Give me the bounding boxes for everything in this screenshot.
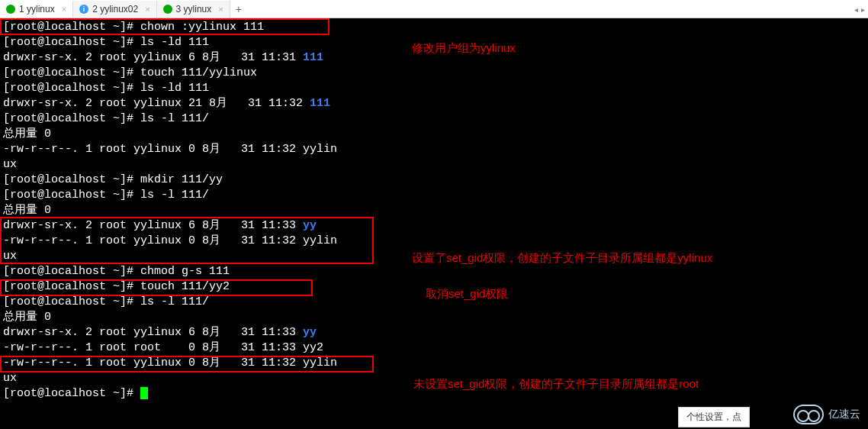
annotation-1: 修改用户组为yylinux (412, 41, 516, 56)
terminal-line: drwxr-sr-x. 2 root yylinux 6 8月 31 11:33… (3, 218, 865, 234)
cursor-icon (140, 387, 148, 399)
chevron-right-icon[interactable]: ▸ (861, 5, 865, 14)
chevron-left-icon[interactable]: ◂ (854, 5, 858, 14)
tab-3[interactable]: 3 yylinux × (157, 1, 230, 18)
tab-1[interactable]: 1 yylinux × (0, 1, 73, 18)
terminal[interactable]: [root@localhost ~]# chown :yylinux 111 [… (0, 18, 868, 429)
terminal-line: [root@localhost ~]# ls -l 111/ (3, 188, 865, 203)
dir-name: 111 (303, 51, 323, 64)
terminal-line: 总用量 0 (3, 127, 865, 142)
info-dot-icon: i (79, 5, 88, 14)
close-icon[interactable]: × (59, 5, 66, 14)
tab-bar: 1 yylinux × i 2 yylinux02 × 3 yylinux × … (0, 0, 868, 18)
dir-name: yy (303, 219, 317, 232)
settings-popup[interactable]: 个性设置，点 (678, 407, 750, 427)
dir-name: yy (303, 326, 317, 339)
terminal-line: drwxr-sr-x. 2 root yylinux 21 8月 31 11:3… (3, 96, 865, 111)
terminal-line: drwxr-sr-x. 2 root yylinux 6 8月 31 11:33… (3, 325, 865, 340)
watermark: 亿速云 (793, 405, 860, 424)
tab-2[interactable]: i 2 yylinux02 × (73, 1, 156, 18)
close-icon[interactable]: × (142, 5, 149, 14)
terminal-line: -rw-r--r--. 1 root yylinux 0 8月 31 11:32… (3, 142, 865, 157)
annotation-3: 取消set_gid权限 (426, 287, 508, 302)
terminal-line: [root@localhost ~]# touch 111/yylinux (3, 66, 865, 81)
terminal-line: -rw-r--r--. 1 root root 0 8月 31 11:33 yy… (3, 340, 865, 356)
annotation-2: 设置了set_gid权限，创建的子文件子目录所属组都是yylinux (412, 251, 712, 266)
status-dot-icon (6, 5, 15, 14)
status-dot-icon (163, 5, 172, 14)
terminal-line: ux (3, 157, 865, 173)
dir-name: 111 (310, 97, 330, 110)
tab-label: 2 yylinux02 (92, 4, 138, 15)
terminal-line: -rw-r--r--. 1 root yylinux 0 8月 31 11:32… (3, 356, 865, 371)
add-tab-button[interactable]: + (230, 1, 247, 18)
terminal-line: 总用量 0 (3, 203, 865, 218)
tab-label: 3 yylinux (176, 4, 212, 15)
terminal-line: [root@localhost ~]# ls -l 111/ (3, 111, 865, 127)
terminal-line: [root@localhost ~]# mkdir 111/yy (3, 173, 865, 188)
terminal-line: -rw-r--r--. 1 root yylinux 0 8月 31 11:32… (3, 234, 865, 249)
terminal-line: 总用量 0 (3, 310, 865, 325)
terminal-line: [root@localhost ~]# chown :yylinux 111 (3, 20, 865, 35)
close-icon[interactable]: × (215, 5, 223, 14)
tab-nav: ◂ ▸ (854, 0, 865, 18)
tab-label: 1 yylinux (19, 4, 55, 15)
watermark-logo-icon (793, 405, 824, 424)
terminal-line: [root@localhost ~]# ls -ld 111 (3, 81, 865, 96)
annotation-4: 未设置set_gid权限，创建的子文件子目录所属组都是root (413, 377, 699, 392)
watermark-text: 亿速云 (828, 408, 860, 421)
terminal-line: [root@localhost ~]# chmod g-s 111 (3, 264, 865, 279)
